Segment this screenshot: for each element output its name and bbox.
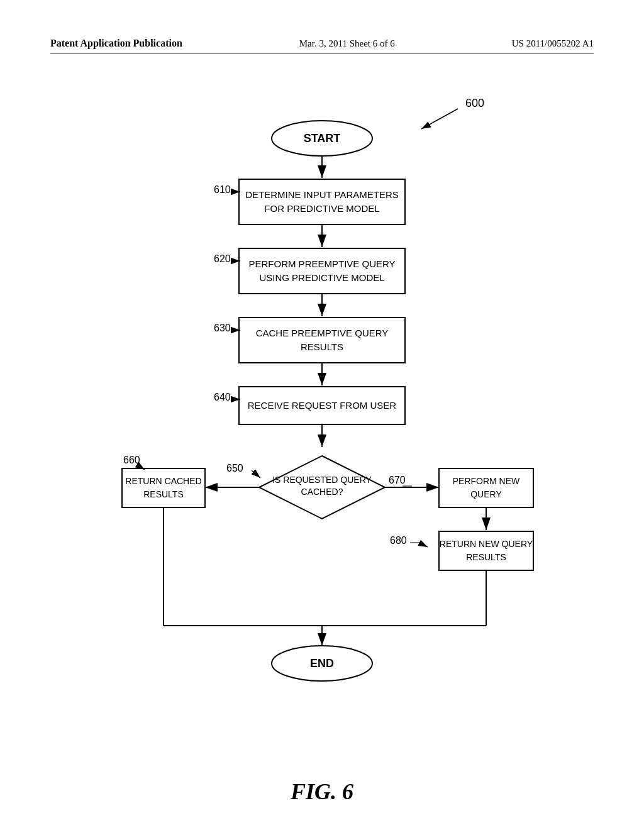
label-680-line1: RETURN NEW QUERY bbox=[440, 539, 533, 549]
box-630 bbox=[239, 318, 405, 363]
ref-680: 680 bbox=[390, 535, 407, 546]
flowchart-diagram: 600 START DETERMINE INPUT PARAMETERS FOR… bbox=[50, 69, 594, 767]
label-620-line2: USING PREDICTIVE MODEL bbox=[259, 272, 384, 283]
header-center: Mar. 3, 2011 Sheet 6 of 6 bbox=[299, 38, 395, 49]
label-620-line1: PERFORM PREEMPTIVE QUERY bbox=[248, 258, 395, 269]
ref-650: 650 bbox=[226, 463, 243, 473]
box-610 bbox=[239, 179, 405, 224]
page: Patent Application Publication Mar. 3, 2… bbox=[0, 0, 644, 830]
label-630-line2: RESULTS bbox=[301, 341, 343, 352]
header: Patent Application Publication Mar. 3, 2… bbox=[50, 38, 594, 53]
box-620 bbox=[239, 248, 405, 294]
header-left: Patent Application Publication bbox=[50, 38, 182, 49]
ref-600: 600 bbox=[465, 97, 484, 109]
label-640: RECEIVE REQUEST FROM USER bbox=[248, 400, 397, 411]
label-610-line2: FOR PREDICTIVE MODEL bbox=[264, 203, 379, 214]
ref-610: 610 bbox=[214, 184, 231, 195]
ref-660: 660 bbox=[123, 455, 140, 465]
flowchart-svg: 600 START DETERMINE INPUT PARAMETERS FOR… bbox=[50, 69, 594, 767]
header-right: US 2011/0055202 A1 bbox=[512, 38, 594, 49]
label-670-line2: QUERY bbox=[470, 489, 502, 499]
label-660-line2: RESULTS bbox=[143, 489, 184, 499]
label-660-line1: RETURN CACHED bbox=[125, 476, 201, 486]
ref-620: 620 bbox=[214, 253, 231, 264]
label-630-line1: CACHE PREEMPTIVE QUERY bbox=[256, 328, 389, 338]
box-660 bbox=[122, 468, 205, 507]
figure-label: FIG. 6 bbox=[0, 778, 644, 805]
label-610-line1: DETERMINE INPUT PARAMETERS bbox=[245, 189, 399, 200]
start-label: START bbox=[304, 132, 341, 145]
label-650-line1: IS REQUESTED QUERY bbox=[272, 475, 372, 485]
label-650-line2: CACHED? bbox=[301, 487, 343, 497]
ref-600-arrow bbox=[421, 109, 458, 129]
box-680 bbox=[439, 531, 533, 570]
ref-630: 630 bbox=[214, 323, 231, 333]
label-670-line1: PERFORM NEW bbox=[453, 476, 520, 486]
ref-680-arrow bbox=[419, 543, 428, 547]
box-670 bbox=[439, 468, 533, 507]
ref-670: 670 bbox=[389, 475, 406, 485]
end-label: END bbox=[310, 657, 334, 670]
ref-650-arrow bbox=[252, 470, 260, 478]
ref-640: 640 bbox=[214, 392, 231, 402]
label-680-line2: RESULTS bbox=[466, 552, 506, 562]
